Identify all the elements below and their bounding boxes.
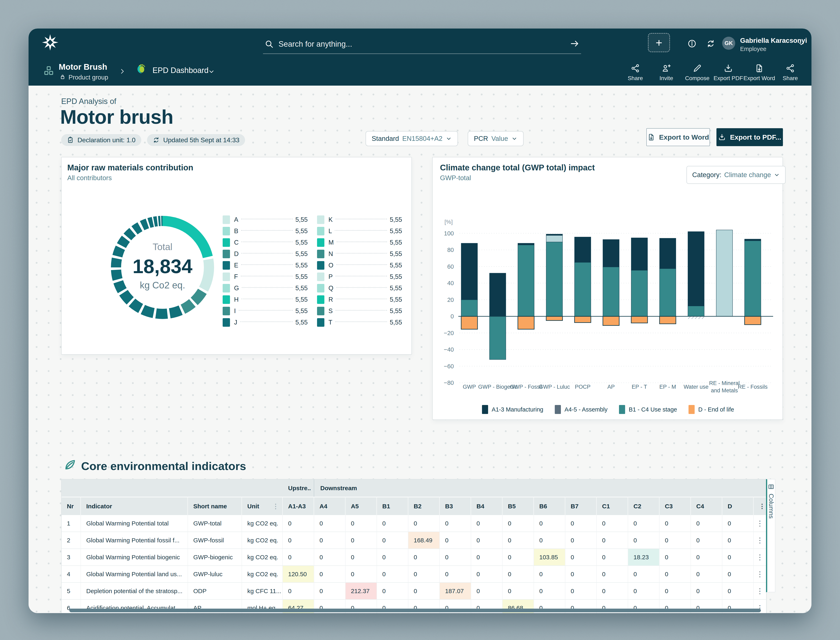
cell-nr: 5 xyxy=(62,583,81,600)
donut-legend-item: K 5,55 xyxy=(317,214,402,226)
header-kebab-icon[interactable]: ⋮ xyxy=(754,497,766,515)
column-header: Nr xyxy=(62,497,81,515)
row-kebab-icon[interactable]: ⋮ xyxy=(754,583,766,600)
legend-swatch xyxy=(223,318,230,327)
row-kebab-icon[interactable]: ⋮ xyxy=(754,532,766,549)
legend-swatch xyxy=(317,227,324,235)
donut-legend-item: T 5,55 xyxy=(317,317,402,328)
columns-panel-toggle[interactable]: Columns xyxy=(766,479,775,592)
svg-text:−60: −60 xyxy=(444,363,454,370)
avatar[interactable]: GK xyxy=(722,37,735,50)
column-header: B2 xyxy=(409,497,440,515)
svg-text:100: 100 xyxy=(444,230,454,237)
legend-swatch xyxy=(223,272,230,281)
toolbar-action-share[interactable]: Share xyxy=(620,62,651,82)
stacked-bar-chart: [%]100806040200−20−40−60−80GWPGWP - Biog… xyxy=(441,216,775,396)
search-input[interactable] xyxy=(279,38,560,50)
app-window: + GK Gabriella Karacsonyi Employee Motor… xyxy=(29,29,811,613)
cell-value: 0 xyxy=(503,549,534,566)
svg-text:[%]: [%] xyxy=(444,219,453,225)
donut-legend-item: D 5,55 xyxy=(223,248,308,260)
cell-unit: kg CO2 eq. xyxy=(242,549,283,566)
sync-icon[interactable] xyxy=(706,39,715,48)
cell-nr: 2 xyxy=(62,532,81,549)
cell-value: 0 xyxy=(691,532,722,549)
legend-swatch xyxy=(555,405,561,414)
add-widget-button[interactable]: + xyxy=(648,33,670,52)
svg-text:RE - Mineral: RE - Mineral xyxy=(709,380,740,386)
breadcrumb-product[interactable]: Motor Brush xyxy=(59,62,107,72)
bar-legend-item: A1-3 Manufacturing xyxy=(482,405,543,414)
cell-value: 0 xyxy=(597,549,628,566)
donut-legend-item: N 5,55 xyxy=(317,248,402,260)
cell-indicator: Global Warming Potential biogenic xyxy=(81,549,188,566)
table-row: 5 Depletion potential of the stratosp...… xyxy=(62,583,766,600)
leader-dots xyxy=(241,276,293,277)
table-group-header-row: Upstre.. Downstream xyxy=(62,479,766,497)
legend-swatch xyxy=(317,238,324,247)
cell-value: 0 xyxy=(440,549,471,566)
raw-materials-card: Major raw materials contribution All con… xyxy=(61,157,412,355)
legend-swatch xyxy=(317,284,324,293)
columns-panel-label: Columns xyxy=(768,494,775,518)
toolbar-action-compose[interactable]: Compose xyxy=(682,62,713,82)
indicators-table: Upstre.. Downstream NrIndicatorShort nam… xyxy=(61,479,767,613)
column-options-dots-icon[interactable]: ⋮ xyxy=(273,502,279,510)
svg-text:GWP: GWP xyxy=(463,384,476,390)
cell-value: 0 xyxy=(471,566,503,583)
toolbar-action-share[interactable]: Share xyxy=(775,62,806,82)
breadcrumb-chevron-right-icon xyxy=(119,68,126,75)
cell-value: 0 xyxy=(534,515,565,532)
cell-value: 0 xyxy=(628,532,660,549)
cell-value: 0 xyxy=(722,549,754,566)
svg-text:Water use: Water use xyxy=(684,384,709,390)
row-kebab-icon[interactable]: ⋮ xyxy=(754,515,766,532)
cell-value: 168.49 xyxy=(409,532,440,549)
cell-value: 212.37 xyxy=(346,583,377,600)
standard-dropdown[interactable]: StandardEN15804+A2 xyxy=(365,131,458,146)
toolbar-action-invite[interactable]: Invite xyxy=(651,62,682,82)
row-kebab-icon[interactable]: ⋮ xyxy=(754,566,766,583)
toolbar-action-export-word[interactable]: Export Word xyxy=(744,62,775,82)
leaf-icon xyxy=(63,458,77,472)
pcr-dropdown[interactable]: PCRValue xyxy=(468,131,524,146)
column-header: B4 xyxy=(471,497,503,515)
cell-unit: kg CO2 eq. xyxy=(242,566,283,583)
cell-value: 103.85 xyxy=(534,549,565,566)
dashboard-chevron-down-icon[interactable] xyxy=(208,68,215,75)
legend-swatch xyxy=(317,318,324,327)
legend-swatch xyxy=(317,261,324,270)
cell-value: 0 xyxy=(565,549,597,566)
export-to-word-button[interactable]: Export to Word xyxy=(646,128,710,146)
donut-legend-item: J 5,55 xyxy=(223,317,308,328)
top-bar: + GK Gabriella Karacsonyi Employee Motor… xyxy=(29,29,811,86)
cell-value: 0 xyxy=(691,549,722,566)
search-submit-arrow-icon[interactable] xyxy=(570,39,579,48)
toolbar-action-export-pdf[interactable]: Export PDF xyxy=(713,62,744,82)
info-icon[interactable] xyxy=(688,39,696,48)
export-to-pdf-button[interactable]: Export to PDF... xyxy=(717,128,783,146)
cell-value: 0 xyxy=(377,515,409,532)
leader-dots xyxy=(241,242,292,242)
cell-short-name: GWP-biogenic xyxy=(188,549,242,566)
legend-swatch xyxy=(223,238,230,247)
leader-dots xyxy=(242,287,293,288)
user-menu-chevron-down-icon[interactable] xyxy=(798,40,805,47)
cell-value: 0 xyxy=(722,583,754,600)
category-dropdown[interactable]: Category: Climate change xyxy=(686,166,785,184)
cell-short-name: ODP xyxy=(188,583,242,600)
table-row: 3 Global Warming Potential biogenic GWP-… xyxy=(62,549,766,566)
table-horizontal-scrollbar[interactable] xyxy=(69,609,761,612)
svg-text:and Metals: and Metals xyxy=(711,387,738,394)
cell-value: 0 xyxy=(660,566,691,583)
leader-dots xyxy=(336,310,387,310)
column-header: B1 xyxy=(377,497,409,515)
gwp-impact-subtitle: GWP-total xyxy=(440,174,471,182)
row-kebab-icon[interactable]: ⋮ xyxy=(754,549,766,566)
cell-value: 0 xyxy=(597,515,628,532)
doc-download-icon xyxy=(647,133,655,141)
cell-value: 0 xyxy=(314,566,346,583)
svg-text:EP - T: EP - T xyxy=(632,384,647,390)
category-chevron-down-icon xyxy=(774,172,780,178)
breadcrumb-dashboard[interactable]: EPD Dashboard xyxy=(152,66,208,75)
